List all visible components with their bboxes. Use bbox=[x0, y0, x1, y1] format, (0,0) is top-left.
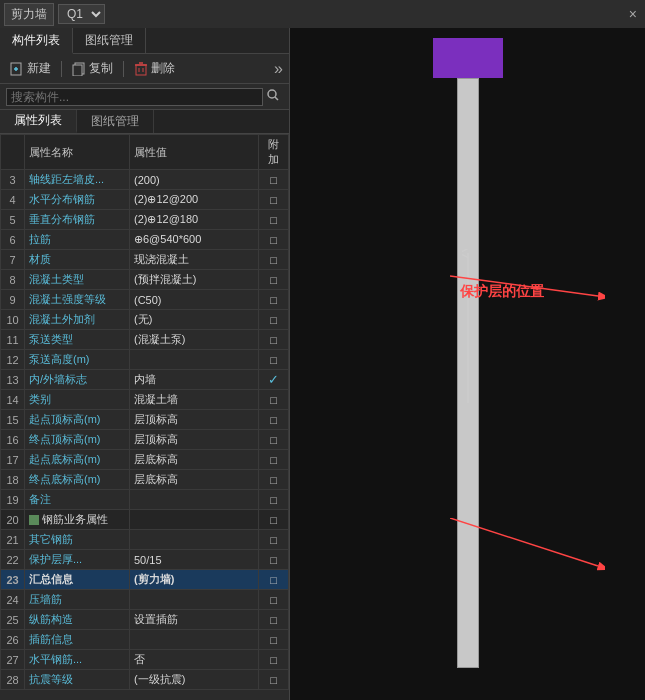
checkbox-unchecked: □ bbox=[270, 554, 277, 566]
prop-name-cell[interactable]: 类别 bbox=[25, 390, 130, 410]
new-button[interactable]: 新建 bbox=[6, 58, 55, 79]
prop-value-cell[interactable]: (一级抗震) bbox=[130, 670, 259, 690]
prop-name-cell[interactable]: 混凝土强度等级 bbox=[25, 290, 130, 310]
prop-value-cell[interactable]: 内墙 bbox=[130, 370, 259, 390]
row-id: 23 bbox=[1, 570, 25, 590]
prop-value-cell[interactable]: (预拌混凝土) bbox=[130, 270, 259, 290]
toolbar: 新建 复制 删除 » bbox=[0, 54, 289, 84]
prop-name-cell[interactable]: 钢筋业务属性 bbox=[25, 510, 130, 530]
checkbox-cell[interactable]: □ bbox=[259, 410, 289, 430]
close-icon[interactable]: × bbox=[625, 6, 641, 22]
prop-name-cell[interactable]: 轴线距左墙皮... bbox=[25, 170, 130, 190]
prop-name-cell[interactable]: 混凝土类型 bbox=[25, 270, 130, 290]
component-select[interactable]: Q1 bbox=[58, 4, 105, 24]
prop-name-cell[interactable]: 终点底标高(m) bbox=[25, 470, 130, 490]
copy-button[interactable]: 复制 bbox=[68, 58, 117, 79]
prop-name-cell[interactable]: 垂直分布钢筋 bbox=[25, 210, 130, 230]
checkbox-cell[interactable]: □ bbox=[259, 430, 289, 450]
checkbox-cell[interactable]: □ bbox=[259, 330, 289, 350]
checkbox-cell[interactable]: □ bbox=[259, 670, 289, 690]
checkbox-cell[interactable]: □ bbox=[259, 630, 289, 650]
checkbox-cell[interactable]: □ bbox=[259, 610, 289, 630]
tab-drawing-management[interactable]: 图纸管理 bbox=[73, 28, 146, 53]
prop-name-cell[interactable]: 水平分布钢筋 bbox=[25, 190, 130, 210]
checkbox-unchecked: □ bbox=[270, 194, 277, 206]
row-id: 7 bbox=[1, 250, 25, 270]
checkbox-cell[interactable]: □ bbox=[259, 490, 289, 510]
checkbox-cell[interactable]: □ bbox=[259, 530, 289, 550]
prop-value-cell[interactable]: 50/15 bbox=[130, 550, 259, 570]
prop-value-cell[interactable]: (200) bbox=[130, 170, 259, 190]
checkbox-cell[interactable]: □ bbox=[259, 510, 289, 530]
prop-value-cell[interactable]: (C50) bbox=[130, 290, 259, 310]
prop-name-cell[interactable]: 保护层厚... bbox=[25, 550, 130, 570]
prop-name-cell[interactable]: 拉筋 bbox=[25, 230, 130, 250]
more-button[interactable]: » bbox=[274, 60, 283, 78]
checkbox-cell[interactable]: □ bbox=[259, 210, 289, 230]
checkbox-cell[interactable]: ✓ bbox=[259, 370, 289, 390]
prop-value-cell[interactable]: 层底标高 bbox=[130, 470, 259, 490]
prop-value-cell[interactable]: 设置插筋 bbox=[130, 610, 259, 630]
checkbox-cell[interactable]: □ bbox=[259, 550, 289, 570]
prop-name-cell[interactable]: 其它钢筋 bbox=[25, 530, 130, 550]
checkbox-cell[interactable]: □ bbox=[259, 350, 289, 370]
prop-name-cell[interactable]: 抗震等级 bbox=[25, 670, 130, 690]
inner-tab-drawings[interactable]: 图纸管理 bbox=[77, 110, 154, 133]
prop-name-cell[interactable]: 终点顶标高(m) bbox=[25, 430, 130, 450]
checkbox-cell[interactable]: □ bbox=[259, 650, 289, 670]
prop-name-cell[interactable]: 起点顶标高(m) bbox=[25, 410, 130, 430]
prop-name-cell[interactable]: 水平钢筋... bbox=[25, 650, 130, 670]
prop-value-cell[interactable] bbox=[130, 490, 259, 510]
delete-button[interactable]: 删除 bbox=[130, 58, 179, 79]
prop-value-cell[interactable]: 现浇混凝土 bbox=[130, 250, 259, 270]
prop-value-cell[interactable]: (2)⊕12@180 bbox=[130, 210, 259, 230]
prop-name-cell[interactable]: 压墙筋 bbox=[25, 590, 130, 610]
row-id: 4 bbox=[1, 190, 25, 210]
checkbox-cell[interactable]: □ bbox=[259, 170, 289, 190]
tab-component-list[interactable]: 构件列表 bbox=[0, 28, 73, 54]
prop-name-cell[interactable]: 起点底标高(m) bbox=[25, 450, 130, 470]
checkbox-cell[interactable]: □ bbox=[259, 470, 289, 490]
prop-value-cell[interactable] bbox=[130, 510, 259, 530]
prop-value-cell[interactable]: (2)⊕12@200 bbox=[130, 190, 259, 210]
prop-value-cell[interactable]: (剪力墙) bbox=[130, 570, 259, 590]
prop-name-cell[interactable]: 泵送类型 bbox=[25, 330, 130, 350]
prop-value-cell[interactable]: 层顶标高 bbox=[130, 430, 259, 450]
prop-name-cell[interactable]: 汇总信息 bbox=[25, 570, 130, 590]
prop-value-cell[interactable]: ⊕6@540*600 bbox=[130, 230, 259, 250]
prop-value-cell[interactable] bbox=[130, 350, 259, 370]
checkbox-cell[interactable]: □ bbox=[259, 270, 289, 290]
checkbox-cell[interactable]: □ bbox=[259, 250, 289, 270]
checkbox-cell[interactable]: □ bbox=[259, 310, 289, 330]
prop-name-cell[interactable]: 备注 bbox=[25, 490, 130, 510]
checkbox-cell[interactable]: □ bbox=[259, 570, 289, 590]
checkbox-cell[interactable]: □ bbox=[259, 190, 289, 210]
prop-name-cell[interactable]: 纵筋构造 bbox=[25, 610, 130, 630]
prop-name-cell[interactable]: 内/外墙标志 bbox=[25, 370, 130, 390]
svg-point-10 bbox=[268, 90, 276, 98]
checkbox-cell[interactable]: □ bbox=[259, 450, 289, 470]
prop-value-cell[interactable] bbox=[130, 590, 259, 610]
prop-value-cell[interactable]: 层底标高 bbox=[130, 450, 259, 470]
prop-value-cell[interactable]: (无) bbox=[130, 310, 259, 330]
checkbox-cell[interactable]: □ bbox=[259, 290, 289, 310]
checkbox-cell[interactable]: □ bbox=[259, 230, 289, 250]
prop-value-cell[interactable] bbox=[130, 630, 259, 650]
search-input[interactable] bbox=[6, 88, 263, 106]
prop-value-cell[interactable] bbox=[130, 530, 259, 550]
prop-value-cell[interactable]: 层顶标高 bbox=[130, 410, 259, 430]
inner-tab-properties[interactable]: 属性列表 bbox=[0, 110, 77, 133]
prop-name-cell[interactable]: 插筋信息 bbox=[25, 630, 130, 650]
checkbox-unchecked: □ bbox=[270, 254, 277, 266]
row-id: 21 bbox=[1, 530, 25, 550]
prop-name-cell[interactable]: 混凝土外加剂 bbox=[25, 310, 130, 330]
checkbox-cell[interactable]: □ bbox=[259, 590, 289, 610]
prop-value-cell[interactable]: 否 bbox=[130, 650, 259, 670]
prop-name-cell[interactable]: 泵送高度(m) bbox=[25, 350, 130, 370]
prop-name-cell[interactable]: 材质 bbox=[25, 250, 130, 270]
prop-value-cell[interactable]: (混凝土泵) bbox=[130, 330, 259, 350]
checkbox-cell[interactable]: □ bbox=[259, 390, 289, 410]
prop-value-cell[interactable]: 混凝土墙 bbox=[130, 390, 259, 410]
checkbox-unchecked: □ bbox=[270, 674, 277, 686]
search-icon[interactable] bbox=[263, 89, 283, 104]
